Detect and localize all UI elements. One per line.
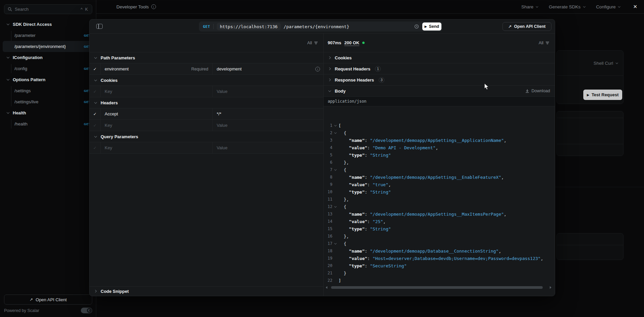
code-fold-chevron-icon[interactable] — [332, 124, 338, 127]
sidebar-item-/settings/live[interactable]: /settings/liveGET — [3, 96, 93, 107]
key-text: Key — [105, 123, 112, 128]
close-icon[interactable]: ✕ — [633, 4, 637, 10]
code-text: "name": "/development/demoapp/Database__… — [338, 249, 501, 254]
sidebar-group-header[interactable]: IConfiguration — [0, 52, 96, 63]
token-s: "true" — [373, 182, 388, 187]
code-fold-chevron-icon[interactable] — [332, 131, 338, 135]
row-checkbox[interactable]: ✓ — [90, 142, 101, 153]
code-text: "name": "/development/demoapp/AppSetting… — [338, 138, 506, 143]
required-tag: Required — [191, 67, 208, 71]
chevron-right-icon — [328, 78, 331, 82]
value-cell[interactable]: Value — [212, 86, 323, 97]
key-cell[interactable]: Accept — [101, 108, 212, 119]
sidebar-toggle-icon[interactable] — [96, 24, 103, 29]
share-label: Share — [521, 4, 533, 9]
row-checkbox[interactable]: ✓ — [90, 108, 101, 119]
chevron-down-icon — [618, 5, 621, 8]
request-filter[interactable]: All — [307, 41, 318, 45]
request-section-header[interactable]: Cookies — [90, 75, 323, 86]
token-k: "type" — [349, 153, 365, 158]
response-section-body[interactable]: BodyDownload — [324, 86, 555, 97]
row-checkbox[interactable]: ✓ — [90, 86, 101, 97]
value-cell[interactable]: Value — [212, 120, 323, 131]
open-api-client-button[interactable]: ↗ Open API Client — [502, 22, 551, 31]
page: { "topbar": { "title": "Developer Tools"… — [0, 0, 644, 317]
token-k: "name" — [349, 249, 365, 254]
response-section-request-headers[interactable]: Request Headers1 — [324, 63, 555, 74]
sidebar-group-header[interactable]: Options Pattern — [0, 74, 96, 85]
history-icon[interactable] — [414, 24, 419, 29]
request-path[interactable]: /parameters/{environment} — [284, 24, 350, 29]
token-s: "Host=devserver;Database=devdb;Username=… — [373, 256, 541, 261]
key-text: Accept — [105, 111, 118, 116]
line-number: 6 — [324, 160, 332, 165]
request-meta-row: All — [90, 34, 323, 52]
search-input[interactable] — [15, 7, 78, 12]
send-button[interactable]: ▶ Send — [422, 22, 441, 31]
base-url[interactable]: https://localhost:7136 — [217, 23, 280, 30]
sidebar-groups: SDK Direct Access/parameterGET/parameter… — [0, 19, 96, 129]
response-section-response-headers[interactable]: Response Headers3 — [324, 74, 555, 86]
value-cell[interactable]: */* — [212, 108, 323, 119]
download-button[interactable]: Download — [525, 89, 550, 93]
sidebar-item-/health[interactable]: /healthGET — [3, 118, 93, 129]
endpoint-path: /settings/live — [14, 99, 39, 104]
sidebar-group-header[interactable]: Health — [0, 107, 96, 118]
share-menu[interactable]: Share — [521, 4, 539, 9]
token-p: }, — [338, 197, 349, 202]
search-box[interactable]: ^ K — [4, 4, 92, 14]
request-section-header[interactable]: Headers — [90, 97, 323, 108]
generate-sdks-menu[interactable]: Generate SDKs — [549, 4, 586, 9]
scroll-left-arrow[interactable] — [326, 286, 327, 289]
sidebar-item-/settings[interactable]: /settingsGET — [3, 85, 93, 96]
address-bar[interactable]: GET https://localhost:7136 /parameters/{… — [199, 21, 442, 32]
open-api-client-label: Open API Client — [36, 297, 67, 302]
theme-toggle[interactable]: ☾ — [81, 308, 92, 313]
scrollbar-thumb[interactable] — [331, 286, 543, 289]
code-fold-chevron-icon[interactable] — [332, 168, 338, 171]
horizontal-scrollbar[interactable] — [325, 286, 552, 289]
sidebar-group-header[interactable]: SDK Direct Access — [0, 19, 96, 30]
key-cell[interactable]: Key — [101, 120, 212, 131]
configure-menu[interactable]: Configure — [596, 4, 621, 9]
code-line: 3 "name": "/development/demoapp/AppSetti… — [324, 137, 555, 144]
token-p: : — [365, 153, 370, 158]
response-filter[interactable]: All — [539, 41, 549, 45]
request-section-header[interactable]: Path Parameters — [90, 52, 323, 63]
code-text: { — [338, 130, 346, 136]
value-text: Value — [217, 89, 227, 94]
download-icon — [525, 89, 529, 93]
row-checkbox[interactable]: ✓ — [90, 63, 101, 74]
value-cell[interactable]: Value — [212, 142, 323, 153]
request-section-header[interactable]: Query Parameters — [90, 131, 323, 142]
chevron-down-icon — [334, 168, 337, 171]
open-api-client-button[interactable]: ↗ Open API Client — [4, 295, 92, 305]
code-line: 4 "value": "Demo API - Development", — [324, 144, 555, 151]
key-cell[interactable]: Key — [101, 86, 212, 97]
code-snippet-section[interactable]: Code Snippet — [90, 286, 323, 296]
sidebar-item-/parameters/{environment}[interactable]: /parameters/{environment}GET — [3, 41, 93, 52]
test-request-button[interactable]: ▶ Test Request — [583, 90, 622, 100]
filter-label: All — [307, 41, 312, 45]
response-status[interactable]: 200 OK — [344, 40, 359, 45]
code-fold-chevron-icon[interactable] — [332, 242, 338, 245]
scroll-right-arrow[interactable] — [550, 286, 551, 289]
code-text: "value": "Host=devserver;Database=devdb;… — [338, 256, 543, 261]
code-fold-chevron-icon[interactable] — [332, 205, 338, 208]
token-p: : — [365, 212, 370, 217]
token-p: , — [498, 249, 501, 254]
param-row: ✓KeyValue — [90, 120, 323, 131]
response-section-cookies[interactable]: Cookies — [324, 52, 555, 63]
sidebar-group: SDK Direct Access/parameterGET/parameter… — [0, 19, 96, 52]
token-s: "25" — [373, 219, 383, 224]
value-cell[interactable]: developmenti — [212, 63, 323, 74]
sidebar-item-/parameter[interactable]: /parameterGET — [3, 30, 93, 41]
key-cell[interactable]: environmentRequired — [101, 63, 212, 74]
chevron-down-icon — [334, 242, 337, 245]
key-cell[interactable]: Key — [101, 142, 212, 153]
token-p: , — [436, 145, 438, 150]
code-text: "type": "String" — [338, 226, 391, 231]
sidebar-item-/config[interactable]: /configGET — [3, 63, 93, 74]
row-checkbox[interactable]: ✓ — [90, 120, 101, 131]
language-selector[interactable]: Shell Curl — [593, 61, 619, 66]
